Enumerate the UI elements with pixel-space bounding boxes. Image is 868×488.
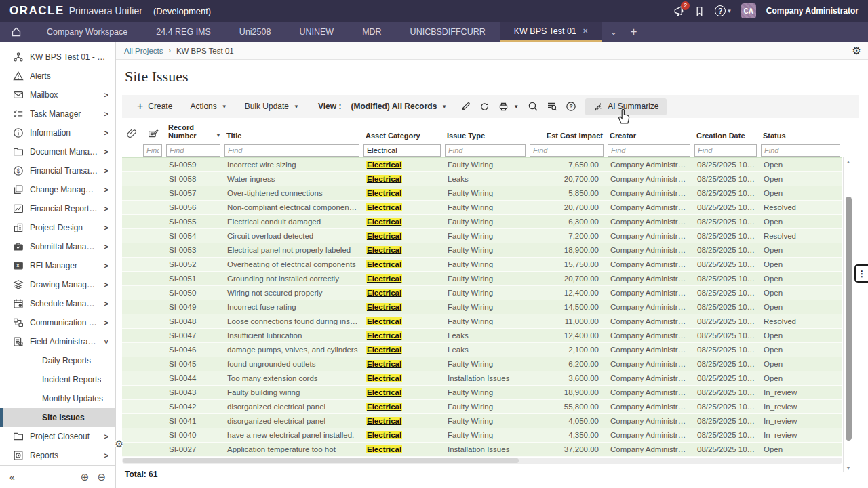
sidebar-item-daily-reports[interactable]: Daily Reports	[0, 351, 115, 370]
filter-record_number-input[interactable]	[166, 144, 220, 157]
table-row[interactable]: SI-0053Electrical panel not properly lab…	[122, 243, 842, 258]
sort-desc-icon[interactable]: ▼	[216, 131, 221, 140]
table-row[interactable]: SI-0056Non-compliant electrical componen…	[122, 201, 842, 215]
sidebar-item-monthly-updates[interactable]: Monthly Updates	[0, 389, 115, 408]
column-header-status[interactable]: Status	[759, 131, 842, 142]
view-selector[interactable]: (Modified) All Records▼	[342, 98, 455, 115]
sidebar-item-submittal-manager[interactable]: Submittal Manager>	[0, 237, 115, 256]
asset-category-link[interactable]: Electrical	[366, 189, 402, 197]
help-circle-icon[interactable]: ?	[562, 98, 580, 115]
asset-category-link[interactable]: Electrical	[366, 331, 402, 340]
sidebar-item-reports[interactable]: Reports>	[0, 446, 115, 465]
chevron-right-icon[interactable]: >	[104, 319, 108, 327]
sidebar-item-task-manager[interactable]: Task Manager>	[0, 104, 115, 123]
table-row[interactable]: SI-0055Electrical conduit damagedElectri…	[122, 215, 842, 229]
sidebar-item-information[interactable]: Information>	[0, 123, 115, 142]
chevron-right-icon[interactable]: >	[104, 281, 108, 289]
gear-icon[interactable]: ⚙	[852, 45, 861, 57]
column-header-issue-type[interactable]: Issue Type	[443, 131, 528, 142]
table-row[interactable]: SI-0051Grounding not installed correctly…	[122, 272, 842, 286]
chevron-right-icon[interactable]: >	[104, 243, 108, 251]
tab-overflow-icon[interactable]: ⌄	[610, 28, 616, 37]
asset-category-link[interactable]: Electrical	[366, 388, 402, 396]
table-row[interactable]: SI-0049Incorrect fuse ratingElectricalFa…	[122, 300, 842, 314]
filter-asset_category-input[interactable]	[363, 144, 441, 157]
chevron-right-icon[interactable]: >	[104, 451, 108, 460]
asset-category-link[interactable]: Electrical	[366, 417, 402, 425]
table-row[interactable]: SI-0045found ungrounded outletsElectrica…	[122, 357, 842, 371]
sidebar-item-financial-reporting[interactable]: Financial Reporting>	[0, 199, 115, 218]
sidebar-item-site-issues[interactable]: Site Issues	[0, 408, 115, 427]
close-tab-icon[interactable]: ✕	[583, 27, 588, 35]
column-header-est-cost-impact[interactable]: Est Cost Impact	[528, 131, 606, 142]
chevron-right-icon[interactable]: >	[104, 167, 108, 175]
help-icon[interactable]: ? ▾	[715, 5, 731, 16]
avatar[interactable]: CA	[741, 3, 756, 18]
filter-title-input[interactable]	[224, 144, 359, 157]
tab-mdr[interactable]: MDR	[348, 22, 395, 42]
table-row[interactable]: SI-0047Insufficient lubricationElectrica…	[122, 329, 842, 343]
horizontal-scrollbar[interactable]	[122, 458, 842, 464]
sidebar-item-field-administration[interactable]: Field Administration>	[0, 332, 115, 351]
chevron-down-icon[interactable]: ▼	[513, 104, 519, 110]
asset-category-link[interactable]: Electrical	[366, 360, 402, 368]
table-row[interactable]: SI-0043Faulty building wiringElectricalF…	[122, 386, 842, 400]
scroll-down-icon[interactable]: ▼	[844, 464, 853, 472]
table-row[interactable]: SI-0057Over-tightened connectionsElectri…	[122, 186, 842, 201]
filter-issue_type-input[interactable]	[445, 144, 526, 157]
asset-category-link[interactable]: Electrical	[366, 346, 402, 354]
sidebar-item-rfi-manager[interactable]: xRFI Manager>	[0, 256, 115, 275]
chevron-right-icon[interactable]: >	[104, 110, 108, 118]
printer-icon[interactable]	[494, 98, 512, 115]
asset-category-link[interactable]: Electrical	[366, 203, 402, 211]
asset-category-link[interactable]: Electrical	[366, 289, 402, 297]
sidebar-item-document-manager[interactable]: Document Manager>	[0, 142, 115, 161]
find-in-list-icon[interactable]	[543, 98, 561, 115]
asset-category-link[interactable]: Electrical	[366, 374, 402, 382]
chevron-right-icon[interactable]: >	[104, 148, 108, 156]
bulk-update-button[interactable]: Bulk Update▼	[237, 98, 307, 115]
paperclip-icon[interactable]	[122, 128, 141, 142]
column-header-creation-date[interactable]: Creation Date	[692, 131, 759, 142]
breadcrumb-all-projects[interactable]: All Projects	[124, 47, 163, 55]
asset-category-link[interactable]: Electrical	[366, 175, 402, 183]
chevron-right-icon[interactable]: >	[104, 91, 108, 99]
asset-category-link[interactable]: Electrical	[366, 161, 402, 169]
sidebar-item-schedule-manager[interactable]: Schedule Manager>	[0, 294, 115, 313]
column-header-record-number[interactable]: Record Number▼	[164, 123, 222, 142]
tab-uni2508[interactable]: Uni2508	[225, 22, 285, 42]
vertical-scrollbar[interactable]: ▲ ▼	[843, 157, 853, 472]
filter-linked-input[interactable]	[143, 144, 162, 157]
chevron-right-icon[interactable]: >	[104, 300, 108, 308]
sidebar-item-alerts[interactable]: Alerts	[0, 66, 115, 85]
column-header-creator[interactable]: Creator	[606, 131, 692, 142]
actions-button[interactable]: Actions▼	[182, 98, 235, 115]
asset-category-link[interactable]: Electrical	[366, 317, 402, 325]
linked-record-icon[interactable]	[141, 128, 164, 142]
filter-creator-input[interactable]	[608, 144, 690, 157]
table-row[interactable]: SI-0046damage pumps, valves, and cylinde…	[122, 343, 842, 357]
tab-unicbsdiffcurr[interactable]: UNICBSDIFFCURR	[396, 22, 500, 42]
chevron-right-icon[interactable]: >	[104, 186, 108, 194]
zoom-in-icon[interactable]: ⊕	[81, 471, 90, 483]
announcements-icon[interactable]: 2	[673, 5, 684, 17]
filter-est_cost_impact-input[interactable]	[530, 144, 604, 157]
create-button[interactable]: + Create	[129, 98, 180, 115]
tab-kw-bps-test-01[interactable]: KW BPS Test 01✕	[500, 22, 603, 42]
sidebar-item-project-closeout[interactable]: Project Closeout>	[0, 427, 115, 446]
sidebar-item-drawing-management[interactable]: Drawing Management>	[0, 275, 115, 294]
table-row[interactable]: SI-0054Circuit overload detectedElectric…	[122, 229, 842, 243]
chevron-right-icon[interactable]: >	[104, 224, 108, 232]
asset-category-link[interactable]: Electrical	[366, 274, 402, 283]
asset-category-link[interactable]: Electrical	[366, 232, 402, 240]
asset-category-link[interactable]: Electrical	[366, 303, 402, 311]
chevron-right-icon[interactable]: >	[104, 205, 108, 213]
chevron-right-icon[interactable]: >	[104, 432, 108, 441]
chevron-right-icon[interactable]: >	[104, 262, 108, 270]
table-row[interactable]: SI-0050Wiring not secured properlyElectr…	[122, 286, 842, 300]
asset-category-link[interactable]: Electrical	[366, 260, 402, 268]
sidebar-collapse-icon[interactable]: «	[9, 472, 15, 483]
asset-category-link[interactable]: Electrical	[366, 218, 402, 226]
table-row[interactable]: SI-0052Overheating of electrical compone…	[122, 258, 842, 272]
chevron-down-icon[interactable]: >	[102, 340, 111, 344]
